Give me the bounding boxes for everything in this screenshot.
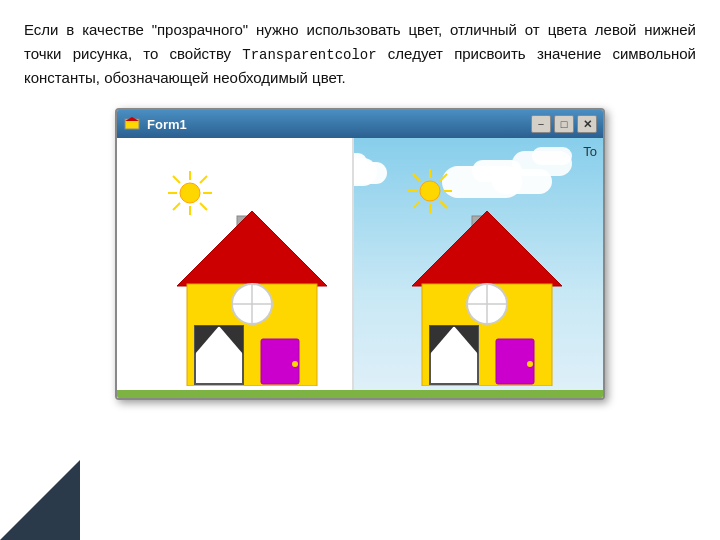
- title-bar: Form1 − □ ✕: [117, 110, 603, 138]
- house-right: [412, 206, 562, 390]
- svg-line-8: [200, 176, 207, 183]
- svg-point-10: [180, 183, 200, 203]
- window-body: To: [117, 138, 603, 398]
- svg-rect-29: [261, 339, 299, 384]
- restore-button[interactable]: □: [554, 115, 574, 133]
- window-controls: − □ ✕: [531, 115, 597, 133]
- svg-line-6: [173, 176, 180, 183]
- svg-point-19: [420, 181, 440, 201]
- svg-point-41: [527, 361, 533, 367]
- panel-divider: [352, 138, 354, 398]
- form1-window: Form1 − □ ✕: [115, 108, 605, 400]
- page-content: Если в качестве "прозрачного" нужно испо…: [0, 0, 720, 410]
- window-wrapper: Form1 − □ ✕: [24, 108, 696, 400]
- svg-point-30: [292, 361, 298, 367]
- svg-marker-32: [412, 211, 562, 286]
- svg-line-15: [413, 174, 420, 181]
- to-label: To: [583, 144, 597, 159]
- svg-rect-40: [496, 339, 534, 384]
- window-title: Form1: [145, 117, 527, 132]
- svg-marker-21: [177, 211, 327, 286]
- minimize-button[interactable]: −: [531, 115, 551, 133]
- corner-decoration: [0, 460, 80, 540]
- close-button[interactable]: ✕: [577, 115, 597, 133]
- house-left: [177, 206, 327, 390]
- svg-line-17: [440, 174, 447, 181]
- app-icon: [123, 115, 141, 133]
- main-text: Если в качестве "прозрачного" нужно испо…: [24, 18, 696, 90]
- ground: [117, 390, 603, 398]
